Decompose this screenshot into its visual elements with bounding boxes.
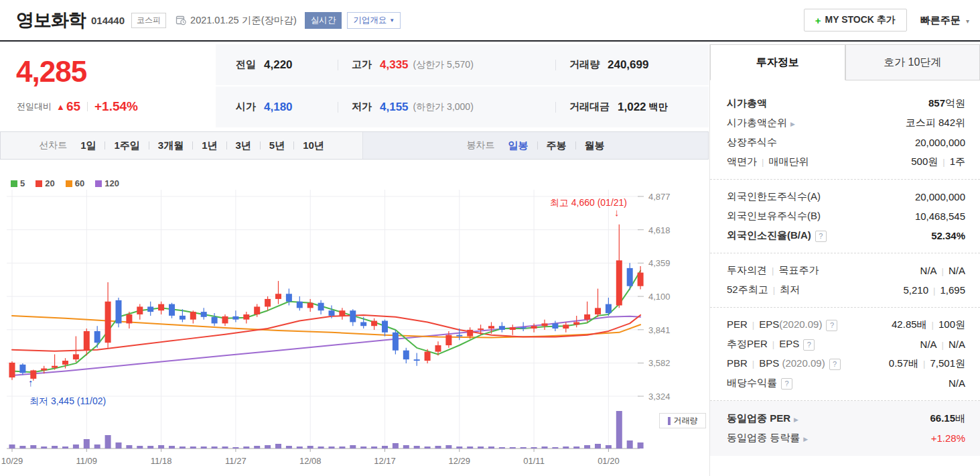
price-detail-extra: (상한가 5,570) [413, 59, 474, 71]
info-label: 시가총액순위▶ [727, 117, 795, 129]
price-detail-value: 1,022 [618, 101, 646, 114]
my-stock-add-button[interactable]: + MY STOCK 추가 [804, 9, 907, 32]
legend-label: 120 [104, 178, 119, 188]
help-icon[interactable]: ? [829, 359, 841, 370]
header-actions: + MY STOCK 추가 빠른주문 ▾ [804, 9, 969, 32]
company-overview-label: 기업개요 [353, 15, 387, 26]
price-detail-label: 거래량 [569, 58, 600, 71]
svg-text:4,618: 4,618 [648, 225, 671, 235]
text-segment: 최저 [780, 284, 800, 295]
text-segment: 매매단위 [768, 156, 809, 167]
text-segment: 7,501원 [930, 357, 965, 369]
info-label: 동일업종 등락률▶ [727, 432, 808, 444]
price-details-table: 전일4,220고가4,335(상한가 5,570)거래량240,699시가4,1… [216, 44, 709, 129]
quick-order-label: 빠른주문 [920, 14, 961, 25]
ma-legend-item: 20 [36, 178, 54, 188]
info-label: 투자의견|목표주가 [727, 264, 819, 277]
price-chart: 4,8774,6184,3594,1003,8413,5823,32410/29… [0, 160, 709, 476]
chart-period-tab[interactable]: 5년 [269, 139, 285, 152]
info-value: 20,000,000 [915, 191, 965, 202]
pipe-divider: | [752, 320, 754, 330]
chevron-right-icon: ▶ [790, 121, 795, 127]
help-icon[interactable]: ? [826, 320, 837, 331]
stock-detail-page: 영보화학 014440 코스피 2021.01.25 기준(장마감) 실시간 기… [0, 0, 980, 476]
info-row: 배당수익률?N/A [710, 373, 980, 393]
text-segment: 100원 [938, 318, 965, 330]
text-segment: 외국인소진율(B/A) [727, 229, 811, 241]
text-segment: +1.28% [931, 432, 965, 444]
info-row: 외국인한도주식수(A)20,000,000 [710, 187, 980, 206]
text-segment: 1주 [950, 156, 965, 167]
help-icon[interactable]: ? [815, 231, 827, 242]
price-detail-value: 4,220 [264, 58, 293, 72]
chart-period-tab[interactable]: 1일 [80, 139, 96, 152]
help-icon[interactable]: ? [803, 339, 815, 351]
chart-type-tab[interactable]: 일봉 [508, 139, 529, 152]
tab-order-book[interactable]: 호가 10단계 [845, 44, 980, 80]
info-value: N/A [949, 377, 965, 389]
chart-period-tab[interactable]: 10년 [303, 139, 324, 152]
price-detail-label: 거래대금 [569, 101, 610, 113]
divider [537, 141, 538, 150]
chart-type-tab[interactable]: 월봉 [585, 139, 605, 152]
svg-text:3,582: 3,582 [648, 358, 671, 368]
info-value: N/A|N/A [920, 339, 965, 350]
price-detail-cell: 고가4,335(상한가 5,570) [338, 58, 555, 72]
price-detail-cell: 저가4,155(하한가 3,000) [338, 101, 555, 114]
pipe-divider: | [942, 340, 944, 350]
svg-text:4,359: 4,359 [648, 258, 671, 268]
quick-order-button[interactable]: 빠른주문 ▾ [920, 14, 969, 27]
stock-title-group: 영보화학 014440 코스피 2021.01.25 기준(장마감) 실시간 기… [16, 8, 401, 32]
text-segment: 동일업종 등락률 [727, 432, 800, 443]
info-value: 코스피 842위 [906, 117, 965, 129]
legend-color-swatch [95, 180, 102, 187]
info-label: 액면가|매매단위 [727, 156, 809, 168]
pipe-divider: | [942, 157, 944, 167]
realtime-badge[interactable]: 실시간 [305, 12, 342, 29]
volume-legend-label: 거래량 [674, 415, 698, 426]
chart-period-tab[interactable]: 1년 [202, 139, 217, 152]
info-value: 20,000,000 [915, 137, 965, 148]
info-label: 외국인보유주식수(B) [727, 210, 821, 223]
info-value: 0.57배|7,501원 [889, 357, 965, 370]
chart-tabbar: 선차트 1일1주일3개월1년3년5년10년 봉차트 일봉주봉월봉 [0, 131, 709, 160]
legend-label: 20 [45, 178, 54, 188]
change-label: 전일대비 [17, 101, 52, 113]
plus-icon: + [815, 15, 821, 26]
page-title: 영보화학 [16, 8, 86, 32]
help-icon[interactable]: ? [781, 378, 792, 390]
legend-label: 60 [75, 178, 84, 188]
price-summary: 4,285 전일대비 ▲ 65 +1.54% [0, 44, 216, 130]
candle-chart-tab-group: 봉차트 일봉주봉월봉 [362, 132, 708, 159]
text-segment: 66.15 [930, 412, 955, 424]
chevron-down-icon: ▾ [966, 17, 969, 25]
calendar-clock-icon [176, 15, 186, 25]
chart-period-tab[interactable]: 1주일 [114, 139, 139, 152]
divider [226, 141, 227, 150]
info-section: 시가총액857억원시가총액순위▶코스피 842위상장주식수20,000,000액… [710, 80, 980, 179]
text-segment: EPS [759, 318, 779, 330]
svg-text:12/17: 12/17 [374, 456, 396, 466]
info-value: +1.28% [931, 432, 965, 444]
info-row: 상장주식수20,000,000 [710, 133, 980, 152]
chart-period-tab[interactable]: 3년 [236, 139, 251, 152]
info-label: 동일업종 PER▶ [727, 412, 798, 425]
info-label: 52주최고|최저 [727, 284, 800, 296]
price-detail-cell: 거래량240,699 [555, 58, 709, 72]
company-overview-button[interactable]: 기업개요 ▼ [347, 12, 401, 29]
info-value: 42.85배|100원 [892, 318, 965, 331]
svg-text:12/08: 12/08 [299, 456, 322, 466]
price-detail-label: 저가 [352, 101, 372, 113]
text-segment: 857 [928, 97, 945, 109]
text-segment: 외국인보유주식수(B) [727, 210, 821, 221]
volume-legend: 거래량 [659, 413, 706, 428]
chart-type-tab[interactable]: 주봉 [547, 139, 567, 152]
info-label: PER|EPS(2020.09)? [727, 318, 837, 331]
chart-period-tab[interactable]: 3개월 [158, 139, 184, 152]
tab-investor-info[interactable]: 투자정보 [710, 44, 845, 80]
info-sections: 시가총액857억원시가총액순위▶코스피 842위상장주식수20,000,000액… [710, 80, 980, 456]
text-segment: 52주최고 [727, 284, 768, 295]
text-segment: 배당수익률 [727, 377, 777, 388]
high-arrow-icon: ↓ [614, 206, 620, 218]
svg-text:01/11: 01/11 [523, 456, 545, 466]
